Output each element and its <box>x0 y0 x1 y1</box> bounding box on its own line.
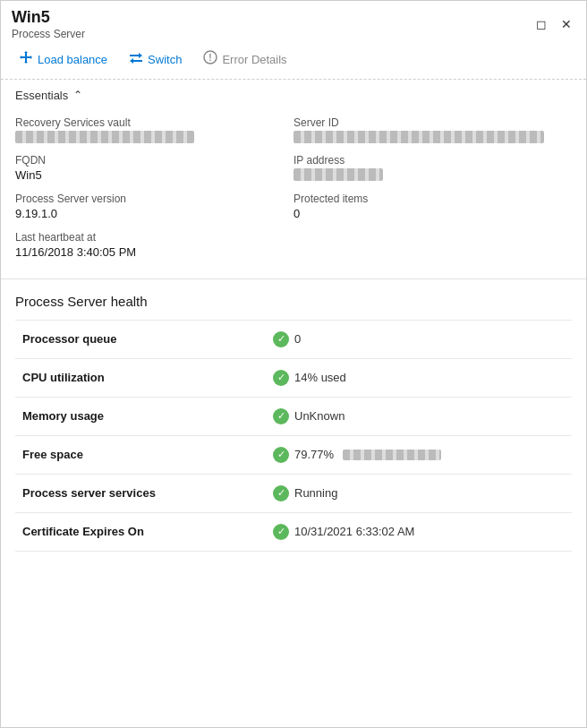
protected-items-cell: Protected items 0 <box>294 187 572 226</box>
server-id-cell: Server ID <box>294 111 572 149</box>
recovery-vault-cell: Recovery Services vault <box>15 111 294 149</box>
window-subtitle: Process Server <box>12 28 85 40</box>
close-button[interactable]: ✕ <box>557 15 575 33</box>
recovery-vault-value <box>15 131 194 143</box>
health-row-label: Free space <box>15 435 266 474</box>
health-table-row: Processor queue✓0 <box>15 320 572 358</box>
health-row-value: ✓10/31/2021 6:33:02 AM <box>266 512 572 551</box>
error-details-icon: ! <box>203 50 217 68</box>
load-balance-icon <box>19 50 33 68</box>
switch-icon <box>129 50 143 68</box>
health-row-value: ✓Running <box>266 474 572 512</box>
fqdn-label: FQDN <box>15 154 294 167</box>
health-section: Process Server health Processor queue✓0C… <box>1 279 586 559</box>
process-server-version-label: Process Server version <box>15 193 294 205</box>
protected-items-value: 0 <box>294 207 572 220</box>
health-row-label: Processor queue <box>15 320 266 358</box>
title-bar-left: Win5 Process Server <box>12 8 85 40</box>
last-heartbeat-label: Last heartbeat at <box>15 231 294 244</box>
minimize-button[interactable]: ◻ <box>532 15 550 33</box>
check-icon: ✓ <box>273 485 289 501</box>
error-details-button[interactable]: ! Error Details <box>192 40 297 79</box>
health-row-label: Certificate Expires On <box>15 512 266 551</box>
last-heartbeat-cell: Last heartbeat at 11/16/2018 3:40:05 PM <box>15 226 294 264</box>
title-bar: Win5 Process Server ◻ ✕ <box>1 1 586 40</box>
check-icon: ✓ <box>273 408 289 424</box>
protected-items-label: Protected items <box>294 193 572 205</box>
check-icon: ✓ <box>273 524 289 540</box>
toolbar: Load balance Switch ! Error Details <box>1 40 586 80</box>
title-bar-controls: ◻ ✕ <box>532 15 575 33</box>
health-value-text: Running <box>294 486 337 500</box>
health-row-value: ✓14% used <box>266 358 572 397</box>
switch-button[interactable]: Switch <box>118 40 192 79</box>
check-icon: ✓ <box>273 331 289 347</box>
process-server-version-cell: Process Server version 9.19.1.0 <box>15 187 294 226</box>
essentials-label: Essentials <box>15 89 68 102</box>
redacted-value <box>343 450 441 460</box>
health-row-value: ✓79.77% <box>266 435 572 474</box>
health-value-text: 0 <box>294 332 301 346</box>
recovery-vault-label: Recovery Services vault <box>15 116 294 129</box>
health-value-text: UnKnown <box>294 409 345 423</box>
health-table-row: Certificate Expires On✓10/31/2021 6:33:0… <box>15 512 572 551</box>
switch-label: Switch <box>148 53 182 66</box>
load-balance-label: Load balance <box>38 53 107 66</box>
health-value-text: 14% used <box>294 371 346 384</box>
essentials-chevron-icon: ⌃ <box>73 89 82 101</box>
load-balance-button[interactable]: Load balance <box>8 40 118 79</box>
ip-address-label: IP address <box>294 154 572 167</box>
ip-address-cell: IP address <box>294 149 572 187</box>
health-table: Processor queue✓0CPU utilization✓14% use… <box>15 320 572 552</box>
ip-address-value <box>294 168 383 181</box>
fqdn-value: Win5 <box>15 168 294 182</box>
fqdn-cell: FQDN Win5 <box>15 149 294 187</box>
check-icon: ✓ <box>273 447 289 463</box>
health-row-value: ✓UnKnown <box>266 397 572 435</box>
server-id-value <box>294 131 544 143</box>
health-value-text: 10/31/2021 6:33:02 AM <box>294 525 414 538</box>
health-table-row: Memory usage✓UnKnown <box>15 397 572 435</box>
health-table-row: Process server services✓Running <box>15 474 572 512</box>
health-value-text: 79.77% <box>294 448 334 461</box>
essentials-header[interactable]: Essentials ⌃ <box>1 80 586 111</box>
health-row-label: Memory usage <box>15 397 266 435</box>
health-section-title: Process Server health <box>15 294 572 309</box>
process-server-version-value: 9.19.1.0 <box>15 207 294 220</box>
health-row-value: ✓0 <box>266 320 572 358</box>
last-heartbeat-value: 11/16/2018 3:40:05 PM <box>15 245 294 259</box>
error-details-label: Error Details <box>222 53 286 66</box>
server-id-label: Server ID <box>294 116 572 129</box>
health-table-row: CPU utilization✓14% used <box>15 358 572 397</box>
health-row-label: Process server services <box>15 474 266 512</box>
health-row-label: CPU utilization <box>15 358 266 397</box>
window-title: Win5 <box>12 8 85 28</box>
check-icon: ✓ <box>273 370 289 386</box>
essentials-grid: Recovery Services vault Server ID FQDN W… <box>1 111 586 278</box>
svg-text:!: ! <box>209 53 212 63</box>
health-table-row: Free space✓79.77% <box>15 435 572 474</box>
